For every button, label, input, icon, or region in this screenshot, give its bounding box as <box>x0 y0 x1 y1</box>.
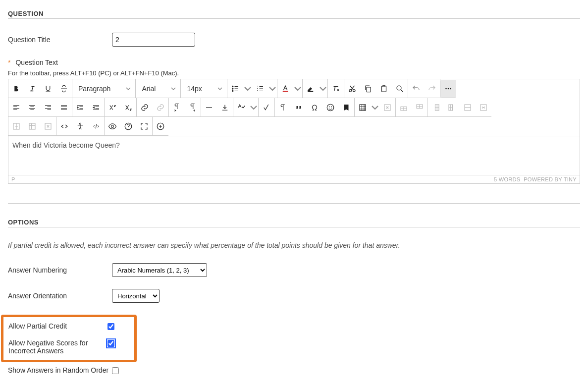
chevron-down-icon <box>319 84 327 93</box>
text-color-button[interactable] <box>277 80 293 98</box>
svg-rect-17 <box>360 105 366 111</box>
chevron-down-icon <box>170 86 176 92</box>
answer-orientation-label: Answer Orientation <box>8 292 112 300</box>
random-order-checkbox[interactable] <box>112 367 119 374</box>
add-content-button[interactable] <box>153 117 168 135</box>
editor-path: P <box>11 176 15 182</box>
svg-rect-7 <box>367 87 371 92</box>
italic-button[interactable] <box>24 80 40 98</box>
options-note: If partial credit is allowed, each incor… <box>8 241 580 249</box>
paste-button[interactable] <box>376 80 392 98</box>
question-title-input[interactable] <box>112 33 195 47</box>
chevron-down-icon <box>249 103 258 112</box>
table-props-button[interactable] <box>24 117 40 135</box>
table-cell-props-button[interactable] <box>40 117 56 135</box>
svg-point-13 <box>450 88 451 89</box>
svg-point-14 <box>327 104 334 111</box>
outdent-button[interactable] <box>88 99 104 116</box>
preview-button[interactable] <box>105 117 120 135</box>
svg-point-12 <box>447 88 449 89</box>
font-size-select[interactable]: 14px <box>181 80 226 98</box>
chevron-down-icon <box>217 86 223 92</box>
editor-content-area[interactable]: When did Victoria become Queen? <box>8 136 580 175</box>
align-left-button[interactable] <box>8 99 24 116</box>
more-button[interactable] <box>440 80 456 98</box>
copy-button[interactable] <box>360 80 376 98</box>
subscript-button[interactable] <box>120 99 136 116</box>
chevron-down-icon <box>293 84 302 93</box>
chevron-down-icon <box>243 84 252 93</box>
chevron-down-icon <box>125 86 131 92</box>
allow-negative-scores-checkbox[interactable] <box>107 340 114 347</box>
editor-toolbar: Paragraph Arial 14px <box>8 79 580 136</box>
options-section-header: OPTIONS <box>8 219 580 227</box>
allow-partial-credit-checkbox[interactable] <box>107 323 114 330</box>
spellcheck-menu[interactable] <box>249 99 258 116</box>
table-delete-row-button[interactable] <box>476 99 491 116</box>
spellcheck-button[interactable] <box>233 99 249 116</box>
formula-button[interactable] <box>259 99 274 116</box>
indent-button[interactable] <box>72 99 88 116</box>
random-order-label: Show Answers in Random Order <box>8 366 112 374</box>
help-button[interactable] <box>120 117 136 135</box>
show-blocks-button[interactable] <box>275 99 291 116</box>
highlight-color-button[interactable] <box>303 80 319 98</box>
anchor-button[interactable] <box>338 99 354 116</box>
bullet-list-menu[interactable] <box>243 80 252 98</box>
font-family-select[interactable]: Arial <box>136 80 180 98</box>
table-row-before-button[interactable] <box>396 99 412 116</box>
ltr-button[interactable] <box>169 99 185 116</box>
align-center-button[interactable] <box>24 99 40 116</box>
numbered-list-menu[interactable] <box>268 80 277 98</box>
underline-button[interactable] <box>40 80 56 98</box>
table-col-before-button[interactable] <box>428 99 444 116</box>
undo-button[interactable] <box>408 80 424 98</box>
emoji-button[interactable] <box>322 99 338 116</box>
unlink-button[interactable] <box>153 99 168 116</box>
table-button[interactable] <box>355 99 371 116</box>
highlight-color-menu[interactable] <box>319 80 327 98</box>
required-asterisk: * <box>8 58 10 66</box>
redo-button[interactable] <box>424 80 440 98</box>
special-char-button[interactable] <box>307 99 322 116</box>
link-button[interactable] <box>137 99 153 116</box>
rtl-button[interactable] <box>185 99 201 116</box>
highlight-box: Allow Partial Credit Allow Negative Scor… <box>1 315 137 362</box>
table-col-after-button[interactable] <box>444 99 460 116</box>
delete-table-button[interactable] <box>379 99 395 116</box>
table-split-button[interactable] <box>8 117 24 135</box>
question-section-header: QUESTION <box>8 10 580 19</box>
horizontal-rule-button[interactable] <box>201 99 217 116</box>
source-code-button[interactable] <box>56 117 72 135</box>
insert-line-button[interactable] <box>217 99 233 116</box>
text-color-menu[interactable] <box>293 80 302 98</box>
table-menu[interactable] <box>371 99 379 116</box>
svg-rect-26 <box>29 123 35 129</box>
align-right-button[interactable] <box>40 99 56 116</box>
block-format-select[interactable]: Paragraph <box>72 80 135 98</box>
answer-numbering-select[interactable]: Arabic Numerals (1, 2, 3) <box>112 263 207 277</box>
accessibility-button[interactable] <box>72 117 88 135</box>
numbered-list-button[interactable] <box>252 80 268 98</box>
question-text-label: Question Text <box>15 58 57 66</box>
superscript-button[interactable] <box>105 99 120 116</box>
answer-orientation-select[interactable]: Horizontal <box>112 289 160 303</box>
fullscreen-button[interactable] <box>136 117 152 135</box>
svg-point-28 <box>80 123 81 124</box>
align-justify-button[interactable] <box>56 99 72 116</box>
clear-formatting-button[interactable] <box>328 80 344 98</box>
cut-button[interactable] <box>344 80 360 98</box>
blockquote-button[interactable] <box>291 99 307 116</box>
svg-point-29 <box>111 125 114 127</box>
svg-point-10 <box>397 86 401 90</box>
strikethrough-button[interactable] <box>56 80 72 98</box>
svg-point-2 <box>232 90 233 91</box>
bullet-list-button[interactable] <box>227 80 243 98</box>
code-sample-button[interactable] <box>88 117 104 135</box>
rich-text-editor: Paragraph Arial 14px <box>8 79 580 184</box>
table-merge-button[interactable] <box>460 99 476 116</box>
bold-button[interactable] <box>8 80 24 98</box>
table-row-after-button[interactable] <box>412 99 428 116</box>
svg-point-0 <box>232 86 233 87</box>
find-button[interactable] <box>392 80 408 98</box>
